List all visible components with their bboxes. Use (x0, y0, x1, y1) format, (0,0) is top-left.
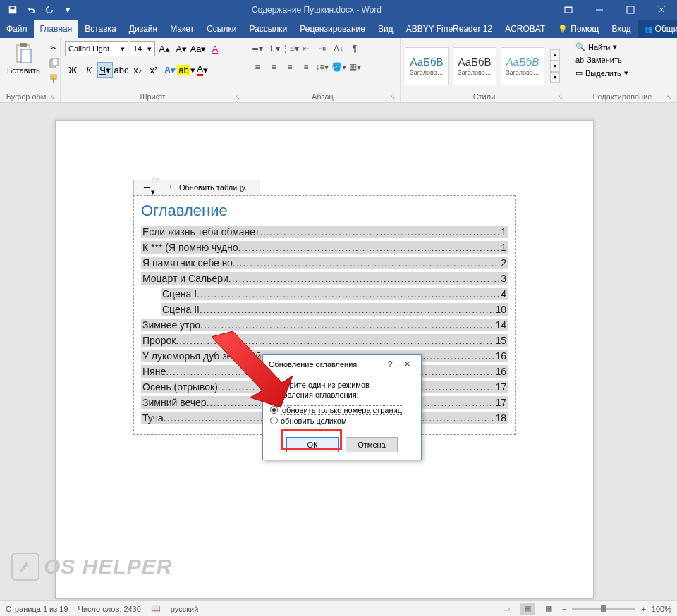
text-effects-icon[interactable]: A▾ (162, 62, 178, 78)
superscript-button[interactable]: x² (146, 62, 161, 78)
decrease-indent-icon[interactable]: ⇤ (298, 41, 314, 56)
tab-signin[interactable]: Вход (605, 20, 637, 38)
cut-icon[interactable]: ✂ (46, 41, 61, 55)
sort-icon[interactable]: A↓ (331, 41, 346, 56)
toc-text: Сцена II (162, 304, 200, 315)
dialog-close-icon[interactable]: ✕ (398, 359, 415, 369)
tab-insert[interactable]: Вставка (78, 20, 123, 38)
line-spacing-icon[interactable]: ↕≡▾ (315, 59, 330, 75)
redo-icon[interactable] (42, 3, 56, 17)
group-label-styles: Стили (405, 91, 563, 101)
maximize-icon[interactable] (615, 0, 646, 20)
paste-button[interactable]: Вставить (4, 41, 43, 76)
zoom-out-icon[interactable]: − (562, 605, 566, 613)
toc-entry[interactable]: Я памятник себе во......................… (141, 257, 508, 269)
strike-button[interactable]: abc (114, 62, 129, 78)
tab-file[interactable]: Файл (0, 20, 34, 38)
replace-button[interactable]: abЗаменить (573, 54, 631, 66)
toc-entry[interactable]: Если жизнь тебя обманет… ...............… (141, 226, 508, 238)
select-button[interactable]: ▭Выделить ▾ (573, 67, 631, 79)
ribbon-display-icon[interactable] (553, 0, 584, 20)
view-print-icon[interactable]: ▤ (520, 603, 535, 615)
shading-icon[interactable]: 🪣▾ (331, 59, 346, 75)
format-painter-icon[interactable] (46, 72, 61, 86)
toc-entry[interactable]: Сцена I ................................… (161, 288, 508, 300)
minimize-icon[interactable] (584, 0, 615, 20)
tab-acrobat[interactable]: ACROBAT (499, 20, 551, 38)
style-heading1[interactable]: АаБбВЗаголово… (405, 47, 449, 85)
numbering-icon[interactable]: ⒈▾ (266, 41, 281, 56)
close-icon[interactable] (646, 0, 677, 20)
align-right-icon[interactable]: ≡ (282, 59, 298, 75)
toc-options-icon[interactable]: ⋮☰ (137, 182, 148, 193)
undo-icon[interactable] (24, 3, 38, 17)
status-page[interactable]: Страница 1 из 19 (6, 605, 68, 613)
toc-page: 18 (494, 412, 506, 424)
underline-button[interactable]: Ч▾ (97, 62, 113, 78)
toc-entry[interactable]: К *** (Я помню чудно....................… (141, 241, 508, 254)
italic-button[interactable]: К (81, 62, 97, 78)
clipboard-icon (12, 42, 35, 65)
subscript-button[interactable]: x₂ (130, 62, 145, 78)
styles-scroll-up[interactable]: ▴ (550, 49, 560, 61)
tab-home[interactable]: Главная (34, 20, 79, 38)
status-proofing-icon[interactable]: 📖 (151, 604, 161, 613)
align-left-icon[interactable]: ≡ (250, 59, 265, 75)
tab-view[interactable]: Вид (372, 20, 400, 38)
toc-page: 2 (499, 257, 506, 269)
toc-refresh-icon[interactable]: ! (165, 182, 176, 193)
styles-scroll-down[interactable]: ▾ (550, 61, 560, 72)
styles-expand[interactable]: ▾ (550, 72, 560, 83)
radio-update-page-numbers[interactable]: обновить только номера страниц (270, 405, 414, 416)
tab-mailings[interactable]: Рассылки (243, 20, 293, 38)
font-name-combo[interactable]: Calibri Light▾ (65, 41, 128, 56)
radio-update-entire[interactable]: обновить целиком (270, 416, 414, 426)
cancel-button[interactable]: Отмена (346, 437, 398, 452)
toc-entry[interactable]: Моцарт и Сальери .......................… (141, 272, 508, 285)
zoom-in-icon[interactable]: + (641, 605, 645, 613)
increase-indent-icon[interactable]: ⇥ (315, 41, 330, 56)
justify-icon[interactable]: ≡ (298, 59, 314, 75)
change-case-icon[interactable]: Aa▾ (190, 41, 206, 56)
tab-design[interactable]: Дизайн (123, 20, 164, 38)
copy-icon[interactable] (46, 56, 61, 70)
tab-abbyy[interactable]: ABBYY FineReader 12 (400, 20, 499, 38)
font-color-icon[interactable]: A▾ (195, 62, 210, 78)
toc-entry[interactable]: Сцена II ...............................… (161, 303, 508, 316)
borders-icon[interactable]: ▦▾ (347, 59, 362, 75)
dialog-help-icon[interactable]: ? (382, 359, 398, 369)
style-heading3[interactable]: АаБбВЗаголово… (501, 47, 544, 85)
find-button[interactable]: 🔍Найти ▾ (573, 41, 631, 53)
font-size-combo[interactable]: 14▾ (130, 41, 155, 56)
multilevel-icon[interactable]: ⋮≡▾ (282, 41, 298, 56)
save-icon[interactable] (6, 3, 20, 17)
status-language[interactable]: русский (171, 605, 198, 613)
toc-entry[interactable]: Пророк..................................… (141, 334, 508, 347)
tab-review[interactable]: Рецензирование (293, 20, 372, 38)
toc-page: 4 (499, 288, 506, 300)
view-read-icon[interactable]: ▭ (499, 603, 514, 615)
tab-tellme[interactable]: Помощ (551, 20, 605, 38)
toc-doc-icon[interactable]: 📄▾ (151, 182, 162, 193)
bold-button[interactable]: Ж (65, 62, 80, 78)
bullets-icon[interactable]: ≣▾ (250, 41, 265, 56)
toc-entry[interactable]: Зимнее утро ............................… (141, 319, 508, 331)
toc-update-label[interactable]: Обновить таблицу... (179, 183, 251, 192)
show-marks-icon[interactable]: ¶ (347, 41, 362, 56)
status-words[interactable]: Число слов: 2430 (78, 605, 141, 613)
shrink-font-icon[interactable]: A▾ (173, 41, 189, 56)
ok-button[interactable]: ОК (286, 437, 338, 452)
style-heading2[interactable]: АаБбВЗаголово… (453, 47, 496, 85)
zoom-level[interactable]: 100% (652, 605, 671, 613)
tab-share[interactable]: Общий доступ (638, 20, 677, 38)
zoom-slider[interactable] (572, 608, 635, 610)
highlight-icon[interactable]: ab▾ (178, 62, 194, 78)
tab-references[interactable]: Ссылки (200, 20, 243, 38)
tab-layout[interactable]: Макет (164, 20, 200, 38)
view-web-icon[interactable]: ▦ (541, 603, 556, 615)
clear-format-icon[interactable]: A (207, 41, 223, 56)
grow-font-icon[interactable]: A▴ (157, 41, 172, 56)
align-center-icon[interactable]: ≡ (266, 59, 281, 75)
qat-dropdown-icon[interactable]: ▾ (61, 3, 75, 17)
toc-page: 10 (494, 304, 506, 315)
